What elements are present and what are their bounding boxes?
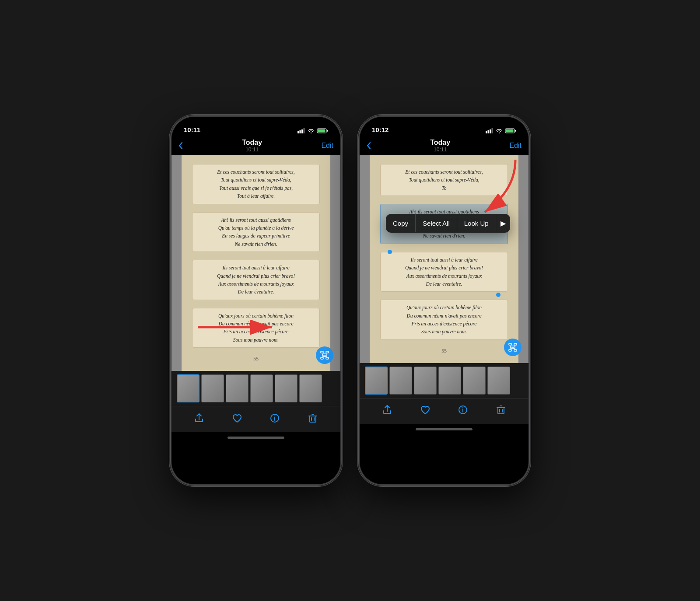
poem-line: Ne savait rien d'rien. xyxy=(198,240,314,248)
nav-bar-1: Today 10:11 Edit xyxy=(172,136,340,155)
info-icon xyxy=(270,413,280,423)
thumb-2[interactable] xyxy=(201,374,224,402)
svg-rect-44 xyxy=(498,408,504,414)
ocr-button-2[interactable] xyxy=(504,339,522,356)
page-number-2: 55 xyxy=(380,348,508,354)
thumb-4[interactable] xyxy=(250,374,273,402)
heart-icon-2 xyxy=(420,405,430,415)
delete-button-1[interactable] xyxy=(308,413,318,426)
poem-line: Ils seront tout aussi à leur affaire xyxy=(198,264,314,272)
svg-rect-10 xyxy=(326,351,329,353)
thumb-2-2[interactable] xyxy=(389,367,412,395)
info-button-1[interactable] xyxy=(270,413,280,426)
edit-button-1[interactable]: Edit xyxy=(321,142,333,150)
poem-line: Quand je ne viendrai plus crier bravo! xyxy=(386,264,502,272)
svg-rect-34 xyxy=(514,343,517,345)
poem-page-2: Copy Select All Look Up ▶ Et ces couchan… xyxy=(360,155,528,363)
poem-stanza-1-1: Et ces couchants seront tout solitaires,… xyxy=(192,164,320,204)
poem-line: Qu'aux jours où certain bohème filon xyxy=(386,304,502,311)
arrow-down-icon xyxy=(472,155,524,221)
nav-title-1: Today xyxy=(242,139,262,147)
info-icon-2 xyxy=(458,405,468,415)
thumb-5[interactable] xyxy=(275,374,298,402)
favorite-button-1[interactable] xyxy=(232,413,242,426)
share-icon xyxy=(194,413,204,423)
bottom-toolbar-1 xyxy=(172,406,340,432)
favorite-button-2[interactable] xyxy=(420,405,430,418)
page-number-1: 55 xyxy=(192,356,320,362)
thumb-3[interactable] xyxy=(226,374,248,402)
poem-line: Tout quotidiens et tout supre-Véda, xyxy=(198,176,314,184)
copy-button[interactable]: Copy xyxy=(386,214,416,232)
info-button-2[interactable] xyxy=(458,405,468,418)
home-bar-1 xyxy=(228,437,284,439)
poem-line: Ne savait rien d'rien. xyxy=(386,232,502,240)
edit-button-2[interactable]: Edit xyxy=(509,142,522,150)
thumb-6[interactable] xyxy=(299,374,322,402)
nav-subtitle-1: 10:11 xyxy=(242,147,262,153)
thumb-2-4[interactable] xyxy=(438,367,461,395)
select-all-button[interactable]: Select All xyxy=(416,214,457,232)
thumb-2-5[interactable] xyxy=(463,367,486,395)
poem-stanza-1-3: Ils seront tout aussi à leur affaire Qua… xyxy=(192,260,320,300)
svg-rect-30 xyxy=(515,130,516,132)
ocr-button-1[interactable] xyxy=(316,346,333,364)
thumb-1[interactable] xyxy=(177,374,200,402)
poem-page-1: Et ces couchants seront tout solitaires,… xyxy=(172,155,340,371)
wifi-icon xyxy=(308,128,315,133)
status-bar-2: 10:12 xyxy=(360,117,528,136)
svg-rect-27 xyxy=(490,129,491,133)
poem-line: Tout aussi vrais que si je n'étais pas, xyxy=(198,184,314,192)
nav-center-2: Today 10:11 xyxy=(430,139,450,153)
heart-icon xyxy=(232,413,242,423)
poem-line: Et ces couchants seront tout solitaires, xyxy=(198,168,314,176)
main-content-1: Et ces couchants seront tout solitaires,… xyxy=(172,155,340,443)
svg-rect-1 xyxy=(300,130,301,133)
thumb-2-3[interactable] xyxy=(414,367,437,395)
svg-rect-3 xyxy=(304,128,305,133)
home-indicator-1 xyxy=(172,432,340,443)
svg-rect-33 xyxy=(509,343,511,345)
ocr-icon xyxy=(320,350,329,360)
svg-point-19 xyxy=(274,416,275,416)
back-chevron-icon xyxy=(178,142,183,149)
poem-line: Qu'au temps où la planète à la dérive xyxy=(198,224,314,232)
nav-bar-2: Today 10:11 Edit xyxy=(360,136,528,155)
thumb-2-1[interactable] xyxy=(365,367,388,395)
status-icons-1 xyxy=(298,128,328,133)
selection-handle-bottom xyxy=(496,293,500,297)
poem-line: Pris un acces d'existence pécore xyxy=(386,320,502,328)
svg-rect-20 xyxy=(310,416,316,422)
poem-stanza-2-3: Ils seront tout aussi à leur affaire Qua… xyxy=(380,252,508,292)
svg-rect-5 xyxy=(327,130,328,132)
poem-stanza-1-2: Ah! ils seront tout aussi quotidiens Qu'… xyxy=(192,212,320,252)
svg-rect-2 xyxy=(301,129,303,133)
svg-rect-36 xyxy=(514,349,517,351)
back-button-1[interactable] xyxy=(178,142,183,149)
poem-line: Du commun néant n'avait pas encore xyxy=(386,312,502,320)
thumbnail-strip-1 xyxy=(172,371,340,406)
share-icon-2 xyxy=(382,405,392,415)
poem-line: Sous mon pauvre nom. xyxy=(386,328,502,335)
share-button-1[interactable] xyxy=(194,413,204,426)
svg-rect-28 xyxy=(492,128,493,133)
back-button-2[interactable] xyxy=(367,142,371,149)
arrow-right-icon xyxy=(193,314,281,340)
status-time-1: 10:11 xyxy=(184,126,200,133)
thumb-2-6[interactable] xyxy=(487,367,510,395)
poem-line: De leur éventaire. xyxy=(386,280,502,288)
poem-stanza-2-4: Qu'aux jours où certain bohème filon Du … xyxy=(380,300,508,340)
back-chevron-icon-2 xyxy=(367,142,371,149)
wifi-icon-2 xyxy=(496,128,503,133)
svg-rect-31 xyxy=(506,129,514,133)
delete-button-2[interactable] xyxy=(496,405,506,418)
trash-icon xyxy=(308,413,318,423)
poem-line: Ah! ils seront tout aussi quotidiens xyxy=(198,216,314,224)
nav-subtitle-2: 10:11 xyxy=(430,147,450,153)
share-button-2[interactable] xyxy=(382,405,392,418)
nav-center-1: Today 10:11 xyxy=(242,139,262,153)
svg-rect-35 xyxy=(509,349,511,351)
nav-title-2: Today xyxy=(430,139,450,147)
phone-1-screen: 10:11 xyxy=(172,117,340,484)
poem-line: Tout à leur affaire. xyxy=(198,192,314,200)
